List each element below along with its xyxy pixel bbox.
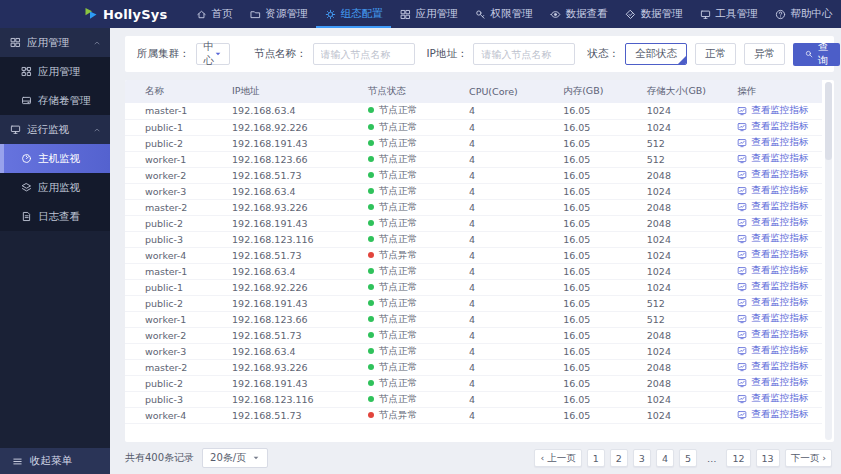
status-text: 节点正常 bbox=[379, 345, 417, 356]
node-cpu: 4 bbox=[463, 247, 557, 263]
node-cpu: 4 bbox=[463, 135, 557, 151]
view-metrics-link[interactable]: 查看监控指标 bbox=[737, 184, 808, 197]
nav-item-help[interactable]: 帮助中心 bbox=[766, 0, 841, 28]
page-button-4[interactable]: 4 bbox=[656, 449, 674, 467]
nav-item-config[interactable]: 组态配置 bbox=[316, 0, 391, 28]
page-button-2[interactable]: 2 bbox=[610, 449, 628, 467]
node-storage: 1024 bbox=[641, 407, 732, 423]
view-metrics-link[interactable]: 查看监控指标 bbox=[737, 248, 808, 261]
nav-item-data-view[interactable]: 数据查看 bbox=[541, 0, 616, 28]
sidebar-item-app-manage[interactable]: 应用管理 bbox=[0, 57, 110, 86]
view-metrics-link[interactable]: 查看监控指标 bbox=[737, 296, 808, 309]
query-button[interactable]: 查询 bbox=[793, 43, 841, 66]
nav-item-data-manage[interactable]: 数据管理 bbox=[616, 0, 691, 28]
page-size-select[interactable]: 20条/页 bbox=[202, 448, 268, 468]
status-text: 节点正常 bbox=[379, 121, 417, 132]
table-row: public-2192.168.191.43节点正常416.052048查看监控… bbox=[125, 215, 822, 231]
nav-item-permission[interactable]: 权限管理 bbox=[466, 0, 541, 28]
next-page-button[interactable]: 下一页 › bbox=[785, 449, 832, 467]
page-button-3[interactable]: 3 bbox=[633, 449, 651, 467]
sidebar-group-header[interactable]: 运行监视 bbox=[0, 115, 110, 144]
nav-item-tools[interactable]: 工具管理 bbox=[691, 0, 766, 28]
status-filter-normal[interactable]: 正常 bbox=[695, 43, 736, 65]
view-metrics-link[interactable]: 查看监控指标 bbox=[737, 264, 808, 277]
sidebar-group-header[interactable]: 应用管理 bbox=[0, 28, 110, 57]
status-dot bbox=[368, 236, 374, 242]
node-cpu: 4 bbox=[463, 183, 557, 199]
node-status: 节点正常 bbox=[362, 231, 463, 247]
sidebar-groups: 应用管理应用管理存储卷管理运行监视主机监视应用监视日志查看 bbox=[0, 28, 110, 231]
node-status: 节点正常 bbox=[362, 215, 463, 231]
node-action: 查看监控指标 bbox=[731, 263, 822, 279]
column-header: 节点状态 bbox=[362, 80, 463, 103]
status-text: 节点正常 bbox=[379, 185, 417, 196]
sidebar-item-log-view[interactable]: 日志查看 bbox=[0, 202, 110, 231]
status-filter-all[interactable]: 全部状态 bbox=[625, 43, 687, 65]
status-filter-abnormal[interactable]: 异常 bbox=[744, 43, 785, 65]
table-scrollbar-thumb[interactable] bbox=[825, 82, 832, 160]
view-metrics-link[interactable]: 查看监控指标 bbox=[737, 216, 808, 229]
view-metrics-link[interactable]: 查看监控指标 bbox=[737, 312, 808, 325]
view-metrics-label: 查看监控指标 bbox=[751, 280, 808, 293]
sidebar-item-host-monitor[interactable]: 主机监视 bbox=[0, 144, 110, 173]
page-button-5[interactable]: 5 bbox=[679, 449, 697, 467]
cluster-select[interactable]: 中心 bbox=[196, 43, 231, 65]
node-ip: 192.168.93.226 bbox=[226, 359, 362, 375]
node-cpu: 4 bbox=[463, 263, 557, 279]
view-metrics-link[interactable]: 查看监控指标 bbox=[737, 408, 808, 421]
view-metrics-link[interactable]: 查看监控指标 bbox=[737, 280, 808, 293]
nav-item-label: 应用管理 bbox=[415, 7, 457, 21]
view-metrics-link[interactable]: 查看监控指标 bbox=[737, 200, 808, 213]
status-dot bbox=[368, 300, 374, 306]
prev-page-button[interactable]: ‹ 上一页 bbox=[534, 449, 581, 467]
node-name: master-2 bbox=[125, 359, 226, 375]
sidebar-item-label: 应用监视 bbox=[38, 181, 80, 195]
table-scrollbar[interactable] bbox=[825, 82, 832, 440]
nav-item-app[interactable]: 应用管理 bbox=[391, 0, 466, 28]
page-button-13[interactable]: 13 bbox=[756, 449, 780, 467]
view-metrics-link[interactable]: 查看监控指标 bbox=[737, 120, 808, 133]
view-metrics-link[interactable]: 查看监控指标 bbox=[737, 168, 808, 181]
view-metrics-link[interactable]: 查看监控指标 bbox=[737, 328, 808, 341]
node-name: worker-2 bbox=[125, 167, 226, 183]
hollysys-logo-icon bbox=[84, 7, 98, 21]
table-row: public-3192.168.123.116节点正常416.051024查看监… bbox=[125, 391, 822, 407]
view-metrics-link[interactable]: 查看监控指标 bbox=[737, 376, 808, 389]
sidebar-item-app-monitor[interactable]: 应用监视 bbox=[0, 173, 110, 202]
view-metrics-link[interactable]: 查看监控指标 bbox=[737, 392, 808, 405]
view-metrics-link[interactable]: 查看监控指标 bbox=[737, 152, 808, 165]
node-status: 节点正常 bbox=[362, 263, 463, 279]
sidebar-item-volume-manage[interactable]: 存储卷管理 bbox=[0, 86, 110, 115]
node-action: 查看监控指标 bbox=[731, 215, 822, 231]
nav-item-label: 组态配置 bbox=[340, 7, 382, 21]
chart-icon bbox=[737, 106, 747, 116]
view-metrics-link[interactable]: 查看监控指标 bbox=[737, 232, 808, 245]
page-button-1[interactable]: 1 bbox=[587, 449, 605, 467]
node-ip: 192.168.63.4 bbox=[226, 183, 362, 199]
view-metrics-link[interactable]: 查看监控指标 bbox=[737, 360, 808, 373]
appblocks-icon bbox=[21, 66, 32, 77]
folder-icon bbox=[250, 9, 261, 20]
node-ip: 192.168.191.43 bbox=[226, 295, 362, 311]
node-status: 节点正常 bbox=[362, 343, 463, 359]
node-status: 节点正常 bbox=[362, 167, 463, 183]
collapse-menu-button[interactable]: 收起菜单 bbox=[0, 448, 110, 474]
ip-input[interactable] bbox=[473, 43, 575, 65]
view-metrics-link[interactable]: 查看监控指标 bbox=[737, 104, 808, 117]
view-metrics-label: 查看监控指标 bbox=[751, 120, 808, 133]
status-text: 节点正常 bbox=[379, 153, 417, 164]
page-button-12[interactable]: 12 bbox=[726, 449, 750, 467]
view-metrics-link[interactable]: 查看监控指标 bbox=[737, 136, 808, 149]
node-cpu: 4 bbox=[463, 151, 557, 167]
table-row: worker-4192.168.51.73节点异常416.051024查看监控指… bbox=[125, 247, 822, 263]
status-text: 节点正常 bbox=[379, 233, 417, 244]
node-name-input[interactable] bbox=[313, 43, 415, 65]
node-status: 节点正常 bbox=[362, 279, 463, 295]
node-name: public-2 bbox=[125, 215, 226, 231]
nav-item-home[interactable]: 首页 bbox=[187, 0, 241, 28]
node-mem: 16.05 bbox=[557, 327, 641, 343]
column-header: CPU(Core) bbox=[463, 80, 557, 103]
node-storage: 2048 bbox=[641, 215, 732, 231]
nav-item-resource[interactable]: 资源管理 bbox=[241, 0, 316, 28]
view-metrics-link[interactable]: 查看监控指标 bbox=[737, 344, 808, 357]
